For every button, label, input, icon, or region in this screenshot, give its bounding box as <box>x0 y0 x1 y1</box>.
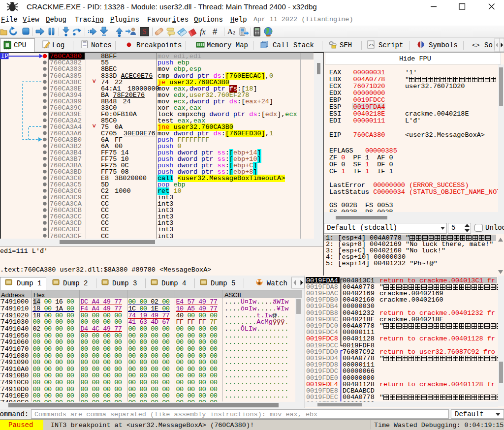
svg-text:A: A <box>227 28 233 35</box>
svg-text:2: 2 <box>233 30 235 35</box>
svg-text:IP: IP <box>1 53 8 60</box>
svg-text:#: # <box>213 27 218 36</box>
svg-text:<>: <> <box>472 42 480 49</box>
svg-text:fx: fx <box>200 28 206 36</box>
svg-text:S: S <box>143 28 147 35</box>
svg-text:<>: <> <box>369 43 374 48</box>
